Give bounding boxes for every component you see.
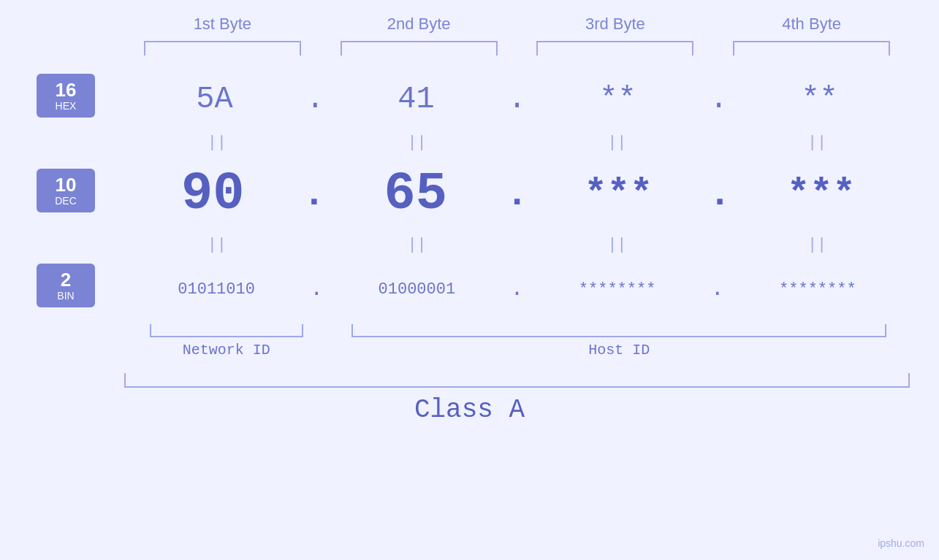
bracket-line-2 [341, 41, 498, 55]
bottom-brackets-row [124, 324, 910, 337]
dot-2: . [508, 82, 526, 117]
bracket-seg-2 [321, 41, 517, 55]
hex-value-3: ** [599, 82, 636, 117]
bin-cell-2: 01000001 [324, 280, 509, 299]
equals-spacer-2 [29, 231, 124, 260]
eq-2: || [324, 135, 510, 151]
dot-bin-1: . [310, 277, 323, 302]
bin-badge: 2 BIN [37, 264, 95, 308]
dec-cell-1: 90 [124, 164, 301, 224]
eq-1: || [124, 135, 310, 151]
equals-row-2: || || || || [124, 231, 910, 260]
network-id-text: Network ID [183, 342, 270, 358]
hex-cell-2: 41 [326, 82, 506, 117]
hex-value-4: ** [801, 82, 837, 117]
network-bracket-line [150, 324, 303, 337]
dec-value-2: 65 [384, 164, 447, 224]
hex-cell-1: 5A [124, 82, 305, 117]
byte3-header: 3rd Byte [517, 15, 714, 34]
bin-cell-4: ******** [726, 280, 910, 299]
dot-dec-2: . [506, 173, 528, 216]
byte-headers: 1st Byte 2nd Byte 3rd Byte 4th Byte [29, 15, 910, 34]
hex-cell-4: ** [729, 82, 910, 117]
dec-badge: 10 DEC [37, 169, 95, 213]
bin-value-3: ******** [579, 280, 656, 299]
dec-value-3: *** [584, 173, 653, 216]
network-bracket-container [124, 324, 329, 337]
dec-cell-4: *** [733, 173, 910, 216]
byte4-header: 4th Byte [713, 15, 910, 34]
eq-3: || [525, 135, 710, 151]
id-labels-row: Network ID Host ID [124, 342, 910, 358]
dot-bin-2: . [510, 277, 523, 302]
overall-bracket-line [124, 373, 910, 388]
bracket-line-1 [144, 41, 301, 55]
overall-bracket-row [29, 373, 910, 388]
class-text: Class A [414, 395, 525, 425]
bin-row: 01011010 . 01000001 . ******** . *******… [124, 260, 910, 318]
byte1-header: 1st Byte [124, 15, 321, 34]
hex-badge: 16 HEX [37, 74, 95, 118]
dot-bin-3: . [711, 277, 724, 302]
bracket-line-4 [733, 41, 890, 55]
dec-row: 90 . 65 . *** . *** [124, 158, 910, 231]
host-bracket-line [351, 324, 886, 337]
dot-dec-1: . [303, 173, 325, 216]
dec-value-1: 90 [181, 164, 244, 224]
eq2-1: || [124, 237, 310, 253]
rows-container: 5A . 41 . ** . ** || || [124, 70, 910, 358]
dot-dec-3: . [708, 173, 731, 216]
hex-badge-row: 16 HEX [29, 70, 124, 129]
dec-cell-2: 65 [327, 164, 504, 224]
dec-value-4: *** [787, 173, 856, 216]
bin-cell-1: 01011010 [124, 280, 308, 299]
bin-value-1: 01011010 [178, 280, 255, 299]
labels-column: 16 HEX 10 DEC 2 BIN [29, 70, 124, 318]
bin-value-4: ******** [779, 280, 856, 299]
class-label: Class A [414, 395, 525, 425]
dot-3: . [710, 82, 728, 117]
eq-4: || [724, 135, 910, 151]
bottom-bracket-area: Network ID Host ID [124, 324, 910, 358]
watermark: ipshu.com [878, 537, 924, 549]
hex-row: 5A . 41 . ** . ** [124, 70, 910, 129]
hex-cell-3: ** [528, 82, 708, 117]
host-id-label: Host ID [329, 342, 911, 358]
bracket-line-3 [536, 41, 693, 55]
bracket-seg-3 [517, 41, 714, 55]
dec-cell-3: *** [530, 173, 707, 216]
bracket-seg-4 [713, 41, 910, 55]
byte2-header: 2nd Byte [321, 15, 517, 34]
eq2-3: || [525, 237, 710, 253]
host-id-text: Host ID [588, 342, 650, 358]
dec-badge-row: 10 DEC [29, 158, 124, 231]
bracket-seg-1 [124, 41, 321, 55]
bin-cell-3: ******** [525, 280, 710, 299]
eq2-2: || [324, 237, 510, 253]
network-id-label: Network ID [124, 342, 329, 358]
main-container: 1st Byte 2nd Byte 3rd Byte 4th Byte 16 H… [0, 0, 939, 560]
host-bracket-container [329, 324, 911, 337]
eq2-4: || [724, 237, 910, 253]
equals-spacer-1 [29, 129, 124, 158]
hex-value-2: 41 [398, 82, 434, 117]
bin-value-2: 01000001 [379, 280, 456, 299]
bin-badge-row: 2 BIN [29, 260, 124, 318]
hex-value-1: 5A [196, 82, 232, 117]
top-brackets [29, 41, 910, 55]
dot-1: . [306, 82, 324, 117]
content-area: 16 HEX 10 DEC 2 BIN [29, 70, 910, 358]
equals-row-1: || || || || [124, 129, 910, 158]
